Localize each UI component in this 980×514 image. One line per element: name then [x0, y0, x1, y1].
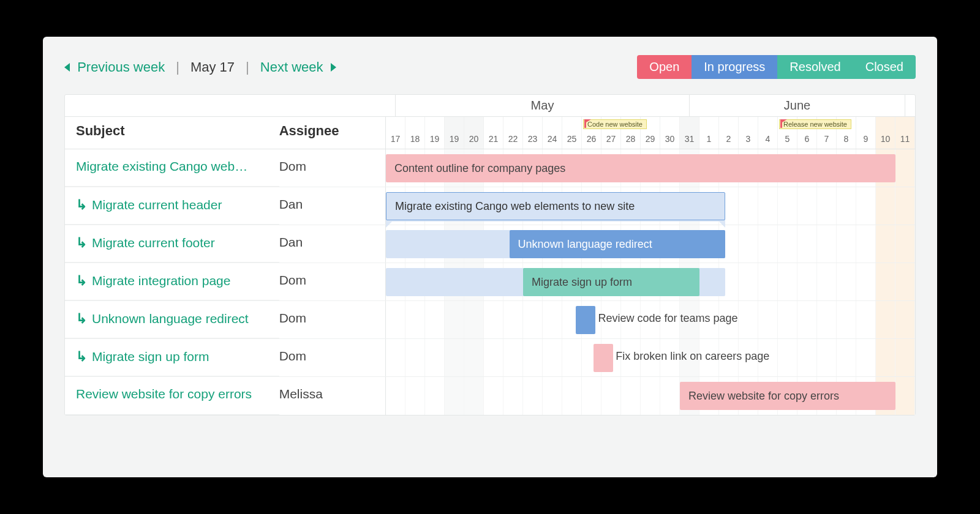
gantt-bar[interactable] [594, 344, 613, 372]
task-subject-text: Review website for copy errors [76, 387, 252, 401]
timeline-cell [739, 225, 758, 263]
task-subject[interactable]: ↳Migrate integration page [65, 263, 279, 300]
timeline-cell [484, 377, 503, 415]
timeline-cell [856, 301, 876, 338]
timeline-cell [778, 301, 797, 338]
task-timeline: Content outline for company pages [386, 149, 915, 187]
timeline-cell [895, 187, 915, 225]
gantt-bar[interactable]: Unknown language redirect [510, 230, 725, 258]
day-col: 19 [445, 117, 464, 149]
timeline-cell [445, 339, 464, 376]
timeline-cell [503, 301, 523, 338]
timeline-cell [758, 301, 778, 338]
task-assignee: Dan [279, 225, 386, 263]
timeline-cell [895, 339, 915, 376]
timeline-cell [876, 339, 895, 376]
task-subject[interactable]: Review website for copy errors [65, 377, 279, 415]
timeline-cell [895, 225, 915, 263]
task-row: ↳Migrate sign up formDomFix broken link … [65, 339, 915, 377]
gantt-bar[interactable] [576, 306, 595, 334]
timeline-cell [386, 339, 405, 376]
gantt-bar[interactable]: Content outline for company pages [386, 154, 895, 182]
day-col: 19 [425, 117, 445, 149]
timeline-cell [895, 301, 915, 338]
timeline-cell [543, 339, 562, 376]
timeline-cell [876, 301, 895, 338]
task-row: ↳Unknown language redirectDomReview code… [65, 301, 915, 339]
day-col: 11 [895, 117, 915, 149]
gantt-bar[interactable]: Migrate sign up form [523, 268, 699, 296]
col-subject: Subject [65, 117, 279, 149]
timeline-cell [739, 263, 758, 300]
timeline-cell [876, 263, 895, 300]
current-date: May 17 [190, 59, 235, 75]
bar-label: Unknown language redirect [518, 238, 652, 251]
gantt-bar[interactable]: Review website for copy errors [680, 382, 895, 410]
day-col: 2 [719, 117, 739, 149]
task-subject[interactable]: ↳Migrate current header [65, 187, 279, 225]
prev-week-link[interactable]: Previous week [64, 59, 165, 75]
task-subject[interactable]: ↳Migrate sign up form [65, 339, 279, 376]
day-col: 10 [876, 117, 895, 149]
timeline-cell [856, 263, 876, 300]
child-arrow-icon: ↳ [76, 197, 87, 212]
timeline-cell [817, 225, 837, 263]
task-subject[interactable]: ↳Unknown language redirect [65, 301, 279, 338]
gantt-card: Previous week | May 17 | Next week OpenI… [43, 37, 937, 477]
month-june: June [690, 95, 905, 116]
timeline-cell [543, 377, 562, 415]
task-subject-text: Migrate existing Cango web… [76, 159, 247, 173]
timeline-cell [445, 377, 464, 415]
column-header: Subject Assignee 1718191920212223242526C… [65, 117, 915, 149]
timeline-cell [797, 225, 817, 263]
day-col: 22 [503, 117, 523, 149]
task-timeline: Fix broken link on careers page [386, 339, 915, 376]
timeline-cell [778, 339, 797, 376]
task-subject-text: Unknown language redirect [92, 311, 249, 326]
timeline-cell [817, 263, 837, 300]
next-week-link[interactable]: Next week [260, 59, 336, 75]
child-arrow-icon: ↳ [76, 273, 87, 288]
child-arrow-icon: ↳ [76, 235, 87, 250]
timeline-cell [425, 377, 445, 415]
task-timeline: Migrate sign up form [386, 263, 915, 300]
timeline-cell [895, 263, 915, 300]
timeline-cell [405, 339, 425, 376]
day-col: 25 [562, 117, 582, 149]
day-col: 24 [543, 117, 562, 149]
timeline-cell [876, 225, 895, 263]
timeline-cell [425, 339, 445, 376]
task-timeline: Review website for copy errors [386, 377, 915, 415]
gantt-bar[interactable]: Migrate existing Cango web elements to n… [386, 192, 725, 220]
timeline-cell [895, 149, 915, 187]
timeline-cell [797, 339, 817, 376]
day-col: 23 [523, 117, 543, 149]
timeline-cell [484, 301, 503, 338]
milestone-label: Release new website [779, 119, 851, 129]
day-col: 18 [405, 117, 425, 149]
task-subject-text: Migrate integration page [92, 274, 230, 288]
legend-resolved[interactable]: Resolved [777, 55, 853, 79]
timeline-cell [562, 339, 582, 376]
task-row: ↳Migrate current footerDanUnknown langua… [65, 225, 915, 263]
task-timeline: Migrate existing Cango web elements to n… [386, 187, 915, 225]
task-subject[interactable]: ↳Migrate current footer [65, 225, 279, 263]
day-col: 5Release new website [778, 117, 797, 149]
timeline-cell [876, 187, 895, 225]
timeline-cell [464, 377, 484, 415]
milestone-label: Code new website [583, 119, 647, 129]
timeline-cell [523, 301, 543, 338]
timeline-cell [503, 339, 523, 376]
timeline-cell [582, 377, 601, 415]
bar-label: Migrate existing Cango web elements to n… [395, 200, 635, 213]
day-col: 26Code new website [582, 117, 601, 149]
legend-open[interactable]: Open [637, 55, 692, 79]
legend-closed[interactable]: Closed [853, 55, 916, 79]
legend-in-progress[interactable]: In progress [692, 55, 777, 79]
task-subject[interactable]: Migrate existing Cango web… [65, 149, 279, 187]
week-nav: Previous week | May 17 | Next week [64, 59, 336, 75]
timeline-cell [837, 225, 856, 263]
task-subject-text: Migrate current header [92, 198, 222, 212]
timeline-cell [758, 225, 778, 263]
bar-label: Content outline for company pages [394, 162, 565, 175]
